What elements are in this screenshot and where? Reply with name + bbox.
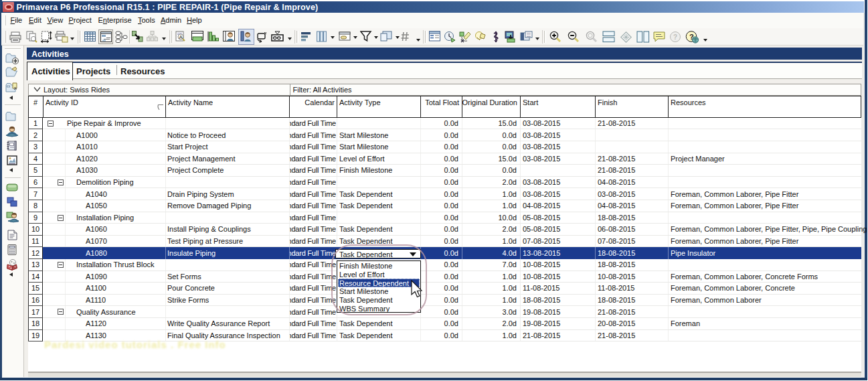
svg-text:?: ? (673, 33, 677, 41)
